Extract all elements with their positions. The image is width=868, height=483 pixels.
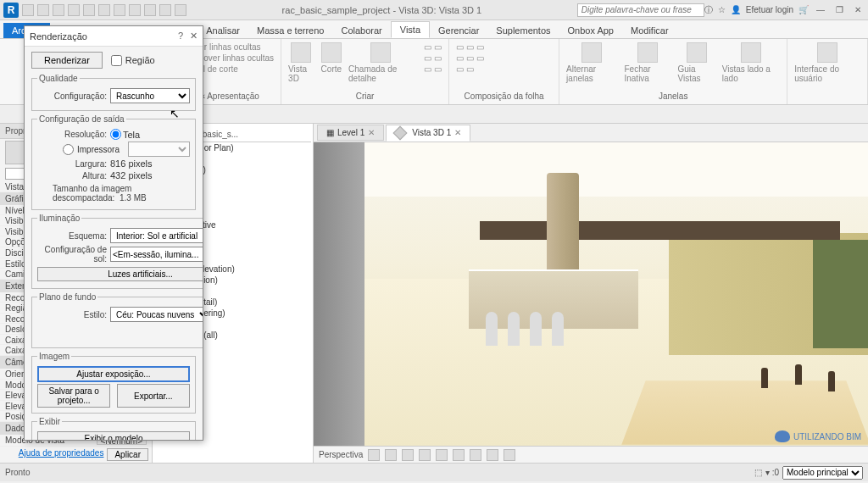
- create-small-2[interactable]: ▭ ▭: [424, 53, 442, 63]
- quality-group: Qualidade Configuração: Rascunho: [31, 74, 196, 111]
- create-small-3[interactable]: ▭ ▭: [424, 64, 442, 74]
- vc-icon[interactable]: [368, 449, 380, 461]
- close-window-button[interactable]: ✕: [851, 4, 865, 16]
- maximize-button[interactable]: ❐: [832, 4, 846, 16]
- lighting-group: Iluminação Esquema: Interior: Sol e arti…: [31, 214, 203, 289]
- view-control-bar: Perspectiva: [314, 446, 868, 463]
- tab-view[interactable]: Vista: [391, 21, 430, 38]
- dialog-help-button[interactable]: ?: [178, 31, 183, 42]
- save-to-project-button[interactable]: Salvar para o projeto...: [37, 384, 110, 408]
- lighting-scheme-select[interactable]: Interior: Sol e artificial: [110, 228, 203, 243]
- minimize-button[interactable]: —: [814, 4, 827, 16]
- group-label-create: Criar: [288, 92, 442, 101]
- dialog-titlebar[interactable]: Renderização ? ✕: [25, 26, 203, 47]
- quality-select[interactable]: Rascunho: [110, 88, 190, 103]
- user-interface-button[interactable]: Interface do usuário: [794, 42, 860, 83]
- vc-icon[interactable]: [385, 449, 397, 461]
- status-sel[interactable]: ▾ :0: [765, 468, 779, 477]
- vc-icon[interactable]: [470, 449, 481, 461]
- render-button[interactable]: Renderizar: [31, 52, 103, 69]
- display-group: Exibir Exibir o modelo: [31, 417, 196, 440]
- export-button[interactable]: Exportar...: [117, 384, 190, 408]
- tab-addins[interactable]: Suplementos: [487, 23, 559, 38]
- view-tab-vista3d[interactable]: Vista 3D 1 ✕: [386, 125, 470, 142]
- status-mid[interactable]: ⬚: [754, 468, 762, 477]
- show-model-button[interactable]: Exibir o modelo: [37, 431, 190, 440]
- sheet-small-2[interactable]: ▭ ▭ ▭: [456, 53, 484, 63]
- vc-icon[interactable]: [419, 449, 431, 461]
- quick-access-toolbar[interactable]: [22, 4, 186, 16]
- vc-icon[interactable]: [487, 449, 498, 461]
- group-label-windows: Janelas: [566, 92, 780, 101]
- app-logo[interactable]: R: [3, 3, 19, 18]
- close-tab-icon[interactable]: ✕: [454, 128, 461, 137]
- tab-onbox[interactable]: Onbox App: [559, 23, 622, 38]
- ribbon-group-create: Vista 3D Corte Chamada de detalhe ▭ ▭ ▭ …: [281, 39, 449, 104]
- close-tab-icon[interactable]: ✕: [368, 128, 375, 137]
- worksharing-select[interactable]: Modelo principal: [782, 466, 863, 480]
- login-link[interactable]: Efetuar login: [746, 5, 793, 14]
- scale-label[interactable]: Perspectiva: [319, 450, 363, 459]
- watermark: UTILIZANDO BIM: [775, 430, 861, 442]
- tab-views-button[interactable]: Guia Vistas: [678, 42, 715, 83]
- brain-icon: [775, 430, 790, 442]
- view-tabs: ▦ Level 1 ✕ Vista 3D 1 ✕: [314, 124, 868, 142]
- resolution-printer-radio[interactable]: [63, 144, 74, 155]
- tab-analyze[interactable]: Analisar: [198, 23, 248, 38]
- sheet-small-3[interactable]: ▭ ▭: [456, 64, 484, 74]
- star-icon[interactable]: ☆: [718, 5, 726, 14]
- callout-button[interactable]: Chamada de detalhe: [348, 42, 412, 83]
- vc-icon[interactable]: [436, 449, 448, 461]
- resolution-screen-radio[interactable]: [110, 129, 121, 140]
- uncompressed-size: 1.3 MB: [120, 193, 147, 203]
- resolution-label: Resolução:: [37, 130, 107, 139]
- view-area: ▦ Level 1 ✕ Vista 3D 1 ✕: [314, 124, 868, 463]
- create-small-1[interactable]: ▭ ▭: [424, 42, 442, 52]
- width-value: 816 pixels: [110, 158, 153, 169]
- vc-icon[interactable]: [504, 449, 515, 461]
- keyword-search-input[interactable]: [577, 3, 704, 17]
- properties-help-link[interactable]: Ajuda de propriedades: [19, 448, 104, 461]
- status-text: Pronto: [5, 468, 30, 477]
- dialog-close-button[interactable]: ✕: [190, 31, 198, 42]
- sheet-small-1[interactable]: ▭ ▭ ▭: [456, 42, 484, 52]
- ribbon-group-ui: Interface do usuário: [787, 39, 868, 104]
- view-tab-level1[interactable]: ▦ Level 1 ✕: [317, 125, 384, 141]
- background-style-select[interactable]: Céu: Poucas nuvens: [110, 307, 203, 322]
- tab-collaborate[interactable]: Colaborar: [332, 23, 390, 38]
- user-icon[interactable]: 👤: [731, 5, 741, 14]
- tab-massing[interactable]: Massa e terreno: [248, 23, 332, 38]
- cube-icon: [393, 125, 408, 140]
- sun-settings-input[interactable]: [110, 247, 203, 262]
- dialog-title: Renderização: [30, 31, 87, 42]
- titlebar: R rac_basic_sample_project - Vista 3D: V…: [0, 0, 868, 20]
- tab-manage[interactable]: Gerenciar: [430, 23, 487, 38]
- info-icon[interactable]: ⓘ: [704, 4, 713, 16]
- tab-modify[interactable]: Modificar: [622, 23, 677, 38]
- vc-icon[interactable]: [402, 449, 414, 461]
- region-checkbox-input[interactable]: [111, 55, 122, 66]
- view-canvas[interactable]: UTILIZANDO BIM: [314, 142, 868, 446]
- tile-views-button[interactable]: Vistas lado a lado: [722, 42, 780, 83]
- image-group: Imagem Ajustar exposição... Salvar para …: [31, 352, 196, 414]
- quality-config-label: Configuração:: [37, 92, 107, 101]
- apply-button[interactable]: Aplicar: [107, 448, 148, 461]
- region-checkbox[interactable]: Região: [111, 55, 155, 66]
- height-value: 432 pixels: [110, 170, 153, 180]
- rendering-dialog: Renderização ? ✕ Renderizar Região Quali…: [24, 25, 203, 441]
- ribbon-group-sheet: ▭ ▭ ▭ ▭ ▭ ▭ ▭ ▭ Composição da folha: [449, 39, 559, 104]
- window-title: rac_basic_sample_project - Vista 3D: Vis…: [186, 5, 577, 15]
- group-label-sheet: Composição da folha: [456, 92, 552, 101]
- switch-windows-button[interactable]: Alternar janelas: [566, 42, 617, 83]
- view3d-button[interactable]: Vista 3D: [288, 42, 314, 83]
- adjust-exposure-button[interactable]: Ajustar exposição...: [37, 366, 190, 382]
- close-inactive-button[interactable]: Fechar Inativa: [624, 42, 670, 83]
- vc-icon[interactable]: [453, 449, 465, 461]
- section-button[interactable]: Corte: [321, 42, 342, 74]
- rendered-scene: [314, 142, 868, 446]
- ribbon-group-windows: Alternar janelas Fechar Inativa Guia Vis…: [559, 39, 787, 104]
- artificial-lights-button[interactable]: Luzes artificiais...: [37, 267, 203, 281]
- cart-icon[interactable]: 🛒: [798, 5, 809, 14]
- dpi-select: [128, 142, 190, 157]
- status-bar: Pronto ⬚ ▾ :0 Modelo principal: [0, 463, 868, 481]
